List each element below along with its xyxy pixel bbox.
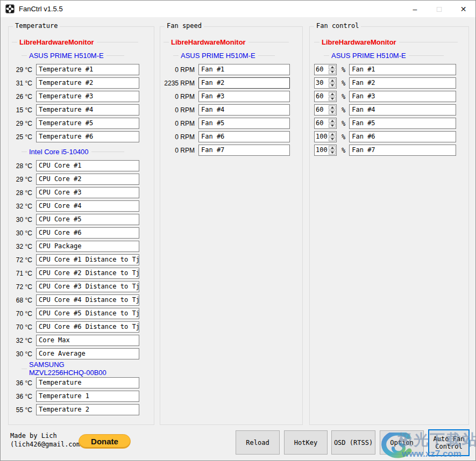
footer-button[interactable]: HotKey (284, 430, 328, 455)
footer-button-label: OSD (RTSS) (334, 439, 373, 446)
device-name: ASUS PRIME H510M-E (181, 52, 255, 60)
sensor-name-textbox[interactable]: Temperature (36, 377, 139, 388)
sensor-name-textbox[interactable]: Core Average (36, 348, 139, 359)
rows-group: 36 °C Temperature 36 °C Temperature 1 55… (12, 377, 138, 415)
sensor-name-textbox[interactable]: CPU Core #2 Distance to TjMax (36, 268, 139, 279)
sensor-name-textbox[interactable]: CPU Core #6 Distance to TjMax (36, 321, 139, 333)
sensor-name-textbox[interactable]: Temperature #2 (36, 77, 139, 89)
spin-down-button[interactable] (329, 110, 336, 114)
fan-duty-value[interactable]: 60 (315, 91, 328, 102)
spin-down-button[interactable] (329, 124, 336, 128)
sensor-value: 29 °C (12, 120, 32, 127)
spinner-buttons (328, 118, 336, 128)
footer-button[interactable]: Option (380, 430, 424, 455)
sensor-name-textbox[interactable]: Fan #3 (198, 91, 290, 102)
sensor-name-textbox[interactable]: CPU Core #2 (36, 174, 139, 185)
percent-label: % (342, 66, 345, 74)
sensor-value: 2235 RPM (164, 80, 195, 87)
sensor-name-textbox[interactable]: Temperature #4 (36, 104, 139, 116)
sensor-name-textbox[interactable]: Fan #4 (198, 104, 290, 116)
sensor-name-textbox[interactable]: Temperature #1 (36, 64, 139, 75)
spin-down-button[interactable] (329, 150, 336, 155)
donate-button[interactable]: Donate (79, 434, 131, 449)
spinner-buttons (328, 91, 336, 102)
spin-down-button[interactable] (329, 70, 336, 74)
sensor-row: 36 °C Temperature (12, 377, 138, 388)
fan-name-textbox[interactable]: Fan #6 (349, 131, 456, 142)
sensor-value: 70 °C (12, 323, 32, 331)
sensor-name-textbox[interactable]: CPU Core #5 Distance to TjMax (36, 308, 139, 319)
sensor-name-textbox[interactable]: CPU Package (36, 241, 139, 252)
sensor-name-textbox[interactable]: CPU Core #1 Distance to TjMax (36, 254, 139, 265)
fan-duty-spinner[interactable]: 60 (314, 104, 337, 116)
fan-duty-value[interactable]: 100 (315, 132, 328, 142)
spin-up-button[interactable] (329, 78, 336, 83)
sensor-name-textbox[interactable]: Core Max (36, 335, 139, 346)
spin-up-button[interactable] (329, 146, 336, 150)
fan-name-textbox[interactable]: Fan #3 (349, 91, 456, 102)
fan-name-textbox[interactable]: Fan #5 (349, 118, 456, 129)
footer-button[interactable]: Reload (236, 430, 280, 455)
spin-up-button[interactable] (329, 119, 336, 123)
sensor-name-textbox[interactable]: Temperature 1 (36, 391, 139, 402)
fan-duty-value[interactable]: 100 (315, 145, 328, 155)
footer-button[interactable]: OSD (RTSS) (331, 430, 375, 455)
sensor-name-textbox[interactable]: Fan #1 (198, 64, 290, 75)
sensor-name-textbox[interactable]: Fan #2 (198, 77, 290, 89)
spin-up-button[interactable] (329, 132, 336, 136)
fan-duty-spinner[interactable]: 60 (314, 64, 337, 75)
sensor-name-textbox[interactable]: CPU Core #3 (36, 187, 139, 198)
group-header-line (97, 42, 138, 42)
fan-duty-value[interactable]: 30 (315, 78, 328, 88)
sensor-name-textbox[interactable]: CPU Core #1 (36, 160, 139, 171)
spin-down-button[interactable] (329, 83, 336, 88)
fan-name-textbox[interactable]: Fan #2 (349, 77, 456, 89)
sensor-name-textbox[interactable]: CPU Core #6 (36, 227, 139, 239)
sensor-name-textbox[interactable]: CPU Core #4 (36, 200, 139, 212)
spin-down-button[interactable] (329, 137, 336, 141)
fan-duty-value[interactable]: 60 (315, 118, 328, 128)
fan-duty-spinner[interactable]: 100 (314, 131, 337, 142)
fan-duty-spinner[interactable]: 30 (314, 77, 337, 89)
spin-up-button[interactable] (329, 65, 336, 69)
fan-duty-spinner[interactable]: 60 (314, 91, 337, 102)
footer-button-label: HotKey (294, 439, 317, 446)
sensor-value: 30 °C (12, 350, 32, 358)
spin-up-button[interactable] (329, 92, 336, 96)
footer-button-label: Reload (246, 439, 269, 446)
sensor-name-textbox[interactable]: Temperature #5 (36, 118, 139, 129)
sensor-row: 0 RPM Fan #3 (164, 91, 289, 102)
fan-name-textbox[interactable]: Fan #4 (349, 104, 456, 116)
maximize-button[interactable]: □ (427, 1, 451, 17)
fan-duty-spinner[interactable]: 60 (314, 118, 337, 129)
sensor-row: 31 °C Temperature #2 (12, 77, 138, 89)
sensor-name-textbox[interactable]: Temperature #6 (36, 131, 139, 142)
sensor-row: 30 °C CPU Core #6 (12, 227, 138, 239)
sensor-value: 70 °C (12, 310, 32, 318)
sensor-name-textbox[interactable]: CPU Core #5 (36, 214, 139, 225)
credit-text: Made by Lich (lich426@gmail.com) (10, 431, 84, 449)
fan-duty-spinner[interactable]: 100 (314, 145, 337, 156)
sensor-name-textbox[interactable]: Fan #5 (198, 118, 290, 129)
fan-name-textbox[interactable]: Fan #1 (349, 64, 456, 75)
arrow-down-icon (331, 152, 334, 154)
fan-name-textbox[interactable]: Fan #7 (349, 145, 456, 156)
spin-down-button[interactable] (329, 97, 336, 101)
sensor-name-textbox[interactable]: Fan #6 (198, 131, 290, 142)
sensor-name-textbox[interactable]: Temperature #3 (36, 91, 139, 102)
spin-up-button[interactable] (329, 105, 336, 110)
sensor-name-textbox[interactable]: Temperature 2 (36, 404, 139, 415)
fan-duty-value[interactable]: 60 (315, 105, 328, 115)
fan-duty-value[interactable]: 60 (315, 64, 328, 75)
sensor-name-textbox[interactable]: CPU Core #3 Distance to TjMax (36, 281, 139, 292)
sensor-name-textbox[interactable]: Fan #7 (198, 145, 290, 156)
arrow-up-icon (331, 80, 334, 82)
sensor-row: 32 °C Core Max (12, 335, 138, 346)
close-button[interactable]: ✕ (451, 1, 475, 17)
percent-label: % (342, 147, 345, 154)
minimize-button[interactable]: – (403, 1, 427, 17)
sensor-name-textbox[interactable]: CPU Core #4 Distance to TjMax (36, 294, 139, 306)
footer-button[interactable]: Auto Fan Control (428, 429, 470, 456)
group-header-line (22, 369, 27, 369)
sensor-value: 0 RPM (164, 66, 195, 74)
